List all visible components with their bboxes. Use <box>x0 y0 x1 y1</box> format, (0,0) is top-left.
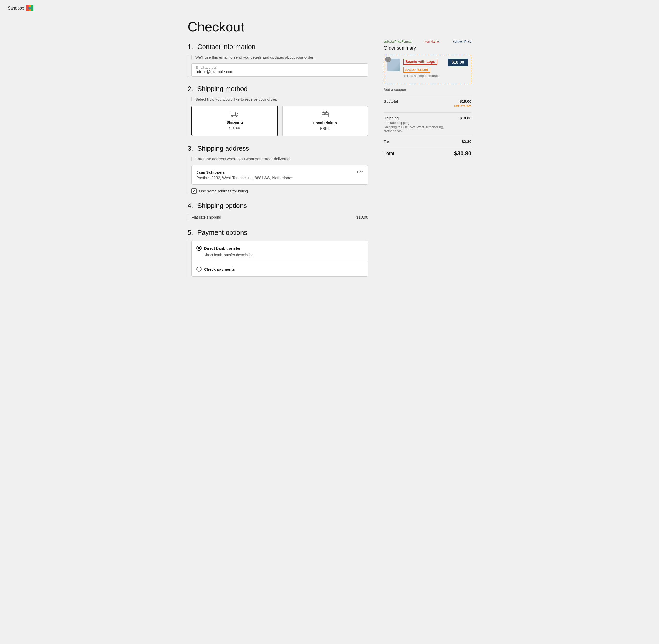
section-contact: 1. Contact information We'll use this em… <box>188 43 368 77</box>
payment-box: Direct bank transfer Direct bank transfe… <box>191 241 368 277</box>
section-number-2: 2. <box>188 85 193 93</box>
shipping-address: Shipping to 8881 AW, West-Terschelling, … <box>384 125 459 133</box>
item-price-current: $18.00 <box>418 68 428 72</box>
logo-icon <box>26 5 33 12</box>
billing-checkbox-row: Use same address for billing <box>191 188 368 193</box>
annotation-subtotal: subtotalPriceFormat <box>384 40 411 43</box>
payment-direct-bank-desc: Direct bank transfer description <box>196 253 363 257</box>
item-prices: $20.00 $18.00 <box>403 67 430 73</box>
item-price-right: $18.00 <box>448 59 468 66</box>
divider-3 <box>384 136 471 136</box>
svg-point-6 <box>236 115 237 117</box>
section-header-address: 3. Shipping address <box>188 144 368 153</box>
item-description: This is a simple product. <box>403 74 445 78</box>
flat-rate-price: $10.00 <box>356 215 368 219</box>
shipping-description: Select how you would like to receive you… <box>191 97 368 101</box>
svg-rect-4 <box>231 112 235 115</box>
total-label: Total <box>384 151 394 156</box>
section-number-5: 5. <box>188 229 193 237</box>
payment-direct-bank[interactable]: Direct bank transfer Direct bank transfe… <box>192 241 368 262</box>
section-header-payment: 5. Payment options <box>188 229 368 237</box>
divider-4 <box>384 147 471 147</box>
subtotal-row: Subtotal $18.00 cartItemClass <box>384 99 471 107</box>
page-title: Checkout <box>188 19 368 34</box>
section-title-1: Contact information <box>197 43 255 51</box>
payment-check-label: Check payments <box>204 267 235 271</box>
payment-direct-bank-label: Direct bank transfer <box>204 246 241 251</box>
billing-checkbox[interactable] <box>191 188 197 193</box>
total-value: $30.80 <box>454 150 471 157</box>
svg-point-3 <box>28 7 31 9</box>
svg-rect-0 <box>26 5 29 11</box>
pickup-icon <box>321 111 329 119</box>
order-item: 1 Beanie with Logo $20.00 $18.00 This is… <box>387 59 468 78</box>
right-column: subtotalPriceFormat itemName cartItemPri… <box>384 19 471 285</box>
flat-rate-label: Flat rate shipping <box>191 215 221 219</box>
section-number-4: 4. <box>188 202 193 210</box>
section-header-contact: 1. Contact information <box>188 43 368 51</box>
order-summary-title: Order summary <box>384 45 471 51</box>
item-details: Beanie with Logo $20.00 $18.00 This is a… <box>403 59 445 78</box>
annotation-itemname: itemName <box>425 40 439 43</box>
address-line: Postbus 2232, West-Terschelling, 8881 AW… <box>196 176 293 180</box>
shipping-option-pickup-name: Local Pickup <box>313 120 337 125</box>
payment-check[interactable]: Check payments <box>192 262 368 276</box>
shipping-option-shipping-name: Shipping <box>226 120 243 124</box>
email-input[interactable] <box>191 64 368 77</box>
payment-check-header: Check payments <box>196 267 363 272</box>
section-number-3: 3. <box>188 144 193 153</box>
payment-direct-bank-header: Direct bank transfer <box>196 246 363 251</box>
shipping-option-pickup[interactable]: Local Pickup FREE <box>282 106 368 136</box>
shipping-options: Shipping $10.00 Local Pickup <box>191 106 368 136</box>
email-label: Email address <box>196 66 217 69</box>
section-shipping-options: 4. Shipping options Flat rate shipping $… <box>188 202 368 220</box>
total-row: Total $30.80 <box>384 150 471 157</box>
section-number-1: 1. <box>188 43 193 51</box>
billing-checkbox-label: Use same address for billing <box>199 189 248 193</box>
site-title: Sandbox <box>8 6 24 10</box>
tax-value: $2.80 <box>462 139 471 144</box>
shipping-option-pickup-price: FREE <box>320 127 330 131</box>
site-header: Sandbox <box>5 5 654 12</box>
shipping-option-shipping-price: $10.00 <box>229 126 240 130</box>
subtotal-value: $18.00 <box>459 99 471 104</box>
svg-point-5 <box>232 115 233 117</box>
section-shipping-address: 3. Shipping address Enter the address wh… <box>188 144 368 193</box>
address-info: Jaap Schippers Postbus 2232, West-Tersch… <box>196 170 293 180</box>
subtotal-label: Subtotal <box>384 99 398 104</box>
section-payment: 5. Payment options Direct bank transfer … <box>188 229 368 277</box>
tax-row: Tax $2.80 <box>384 139 471 144</box>
section-title-4: Shipping options <box>197 202 247 210</box>
shipping-method: Flat rate shipping <box>384 121 459 124</box>
section-header-options: 4. Shipping options <box>188 202 368 210</box>
shipping-value: $10.00 <box>459 116 471 120</box>
divider-1 <box>384 96 471 96</box>
item-name: Beanie with Logo <box>403 59 437 65</box>
section-title-5: Payment options <box>197 229 247 237</box>
add-coupon-link[interactable]: Add a coupon <box>384 88 471 92</box>
shipping-row: Shipping Flat rate shipping Shipping to … <box>384 116 471 133</box>
left-column: Checkout 1. Contact information We'll us… <box>188 19 368 285</box>
truck-icon <box>231 111 238 118</box>
item-image-container: 1 <box>387 59 400 71</box>
edit-address-link[interactable]: Edit <box>357 170 363 174</box>
radio-direct-bank[interactable] <box>196 246 202 251</box>
radio-check[interactable] <box>196 267 202 272</box>
annotations-row: subtotalPriceFormat itemName cartItemPri… <box>384 40 471 45</box>
shipping-label: Shipping <box>384 116 459 120</box>
svg-rect-2 <box>31 5 33 11</box>
section-title-3: Shipping address <box>197 144 249 153</box>
tax-label: Tax <box>384 139 390 144</box>
contact-description: We'll use this email to send you details… <box>191 55 368 59</box>
flat-rate-row: Flat rate shipping $10.00 <box>191 214 368 220</box>
address-name: Jaap Schippers <box>196 170 293 175</box>
email-wrapper: Email address <box>191 64 368 77</box>
annotation-cartitemprice: cartItemPrice <box>453 40 471 43</box>
item-price-original: $20.00 <box>405 68 416 72</box>
order-item-box: 1 Beanie with Logo $20.00 $18.00 This is… <box>384 55 471 84</box>
section-header-shipping: 2. Shipping method <box>188 85 368 93</box>
section-shipping-method: 2. Shipping method Select how you would … <box>188 85 368 136</box>
address-box: Jaap Schippers Postbus 2232, West-Tersch… <box>191 165 368 185</box>
shipping-option-shipping[interactable]: Shipping $10.00 <box>191 106 278 136</box>
item-badge: 1 <box>385 56 391 62</box>
